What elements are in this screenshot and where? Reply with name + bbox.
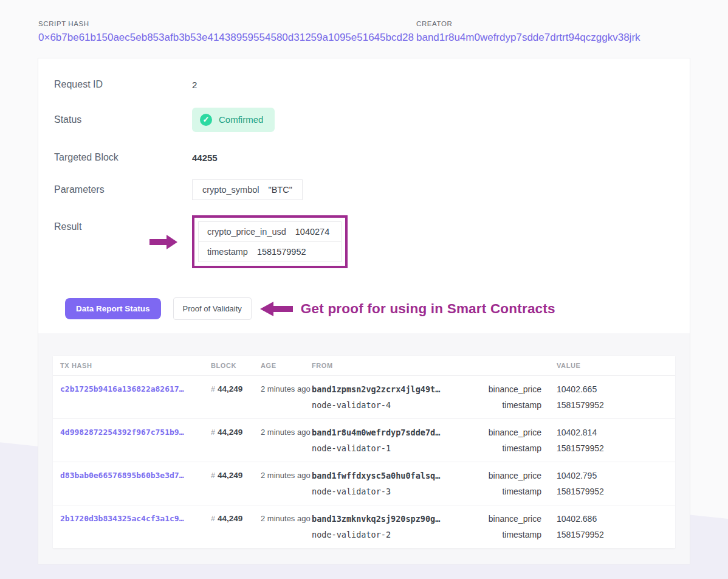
- page-root: SCRIPT HASH 0×6b7be61b150aec5eb853afb3b5…: [0, 0, 728, 564]
- status-badge: ✓ Comfirmed: [192, 108, 275, 132]
- check-icon: ✓: [200, 114, 212, 126]
- block-number: 44,249: [218, 471, 242, 480]
- table-row: d83bab0e66576895b60b3e3d7… #44,249 2 min…: [53, 462, 675, 505]
- creator-label: CREATOR: [416, 20, 640, 27]
- column-header-block: BLOCK: [211, 362, 261, 369]
- column-header-value: VALUE: [541, 362, 668, 369]
- block-number: 44,249: [218, 428, 242, 437]
- block-cell: #44,249: [211, 427, 261, 454]
- from-validator: node-validator-2: [312, 529, 488, 540]
- arrow-left-icon: [260, 301, 293, 317]
- request-id-row: Request ID 2: [54, 78, 673, 91]
- result-timestamp-key: timestamp: [207, 247, 248, 257]
- data-report-status-button[interactable]: Data Report Status: [65, 298, 161, 319]
- status-label: Status: [54, 114, 192, 125]
- table-row: 4d9982872254392f967c751b9… #44,249 2 min…: [53, 418, 675, 462]
- status-badge-text: Comfirmed: [219, 114, 263, 125]
- annotation: Get proof for using in Smart Contracts: [260, 301, 555, 317]
- parameters-label: Parameters: [54, 184, 192, 195]
- from-cell: band1r8u4m0wefrdyp7sdde7d… node-validato…: [312, 427, 488, 454]
- value-key: binance_price: [488, 427, 541, 438]
- block-hash-symbol: #: [211, 428, 215, 437]
- from-address: band1r8u4m0wefrdyp7sdde7d…: [312, 427, 488, 438]
- from-cell: band1fwffdxysc5a0hu0falsq… node-validato…: [312, 470, 488, 497]
- value-labels: binance_price timestamp: [488, 470, 541, 497]
- actions-row: Data Report Status Proof of Validaity Ge…: [65, 297, 673, 320]
- value-number: 1581579952: [557, 400, 668, 411]
- request-id-label: Request ID: [54, 79, 192, 90]
- creator-link[interactable]: band1r8u4m0wefrdyp7sdde7drtrt94qczggkv38…: [416, 32, 640, 44]
- value-key: timestamp: [488, 443, 541, 454]
- age-cell: 2 minutes ago: [261, 427, 312, 454]
- from-validator: node-validator-1: [312, 443, 488, 454]
- parameters-row: Parameters crypto_symbol "BTC": [54, 180, 673, 199]
- column-header-from: FROM: [312, 362, 488, 369]
- tx-hash-link[interactable]: 4d9982872254392f967c751b9…: [60, 427, 211, 454]
- value-key: timestamp: [488, 400, 541, 411]
- result-price-value: 1040274: [295, 227, 329, 237]
- value-number: 10402.795: [557, 470, 668, 481]
- value-key: binance_price: [488, 384, 541, 395]
- annotation-text: Get proof for using in Smart Contracts: [301, 301, 555, 317]
- value-key: timestamp: [488, 486, 541, 497]
- result-price-row: crypto_price_in_usd 1040274: [198, 221, 342, 242]
- value-key: binance_price: [488, 513, 541, 524]
- script-hash-link[interactable]: 0×6b7be61b150aec5eb853afb3b53e4143895955…: [38, 32, 416, 44]
- value-number: 1581579952: [557, 443, 668, 454]
- table-row: 2b1720d3b834325ac4cf3a1c9… #44,249 2 min…: [53, 505, 675, 548]
- parameter-key: crypto_symbol: [202, 185, 259, 195]
- script-hash-label: SCRIPT HASH: [38, 20, 416, 27]
- value-numbers: 10402.686 1581579952: [541, 513, 668, 540]
- age-cell: 2 minutes ago: [261, 384, 312, 411]
- block-hash-symbol: #: [211, 385, 215, 394]
- targeted-block-row: Targeted Block 44255: [54, 151, 673, 164]
- parameter-box: crypto_symbol "BTC": [192, 179, 303, 200]
- request-detail-card: Request ID 2 Status ✓ Comfirmed Targeted…: [38, 58, 690, 564]
- from-address: band13zmknvkq2sj920spz90g…: [312, 513, 488, 524]
- proof-of-validity-button[interactable]: Proof of Validaity: [173, 297, 252, 320]
- tx-hash-link[interactable]: 2b1720d3b834325ac4cf3a1c9…: [60, 513, 211, 540]
- creator-block: CREATOR band1r8u4m0wefrdyp7sdde7drtrt94q…: [416, 20, 640, 44]
- age-cell: 2 minutes ago: [261, 513, 312, 540]
- block-number: 44,249: [218, 384, 242, 394]
- from-address: band1fwffdxysc5a0hu0falsq…: [312, 470, 488, 481]
- table-header-row: TX HASH BLOCK AGE FROM VALUE: [53, 356, 675, 376]
- value-labels: binance_price timestamp: [488, 384, 541, 411]
- result-highlight-box: crypto_price_in_usd 1040274 timestamp 15…: [192, 215, 348, 268]
- tx-hash-link[interactable]: d83bab0e66576895b60b3e3d7…: [60, 470, 211, 497]
- request-id-value: 2: [192, 80, 197, 90]
- table-row: c2b1725b9416a136822a82617… #44,249 2 min…: [53, 376, 675, 418]
- script-hash-block: SCRIPT HASH 0×6b7be61b150aec5eb853afb3b5…: [38, 20, 416, 44]
- value-labels: binance_price timestamp: [488, 513, 541, 540]
- arrow-right-icon: [149, 234, 177, 251]
- block-number: 44,249: [218, 514, 242, 523]
- block-cell: #44,249: [211, 470, 261, 497]
- from-validator: node-validator-4: [312, 400, 488, 411]
- status-row: Status ✓ Comfirmed: [54, 107, 673, 132]
- block-hash-symbol: #: [211, 471, 215, 480]
- value-numbers: 10402.814 1581579952: [541, 427, 668, 454]
- reports-table: TX HASH BLOCK AGE FROM VALUE c2b1725b941…: [53, 356, 675, 548]
- value-key: binance_price: [488, 470, 541, 481]
- column-header-age: AGE: [261, 362, 312, 369]
- result-row: Result crypto_price_in_usd 1040274 times…: [54, 215, 673, 268]
- tx-hash-link[interactable]: c2b1725b9416a136822a82617…: [60, 384, 211, 411]
- value-labels: binance_price timestamp: [488, 427, 541, 454]
- targeted-block-label: Targeted Block: [54, 152, 192, 163]
- value-key: timestamp: [488, 529, 541, 540]
- value-number: 10402.665: [557, 384, 668, 395]
- result-timestamp-value: 1581579952: [257, 247, 306, 257]
- result-timestamp-row: timestamp 1581579952: [198, 241, 342, 262]
- result-price-key: crypto_price_in_usd: [207, 227, 286, 237]
- value-number: 1581579952: [557, 486, 668, 497]
- block-cell: #44,249: [211, 384, 261, 411]
- from-address: band1zpmsn2vg2zcrx4jlg49t…: [312, 384, 488, 395]
- reports-section: TX HASH BLOCK AGE FROM VALUE c2b1725b941…: [38, 333, 690, 564]
- block-hash-symbol: #: [211, 515, 215, 523]
- value-numbers: 10402.665 1581579952: [541, 384, 668, 411]
- block-cell: #44,249: [211, 513, 261, 540]
- from-validator: node-validator-3: [312, 486, 488, 497]
- request-detail-body: Request ID 2 Status ✓ Comfirmed Targeted…: [38, 58, 690, 320]
- parameter-value: "BTC": [268, 185, 292, 195]
- result-content: crypto_price_in_usd 1040274 timestamp 15…: [149, 215, 348, 268]
